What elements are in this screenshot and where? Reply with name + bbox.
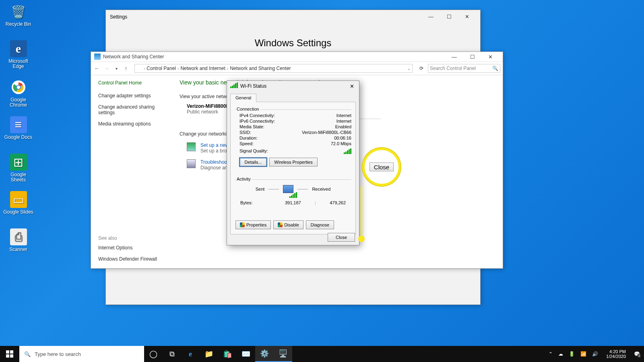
desktop-icon-edge[interactable]: eMicrosoft Edge — [3, 40, 33, 69]
sent-label: Sent — [256, 187, 265, 191]
desktop-icon-docs[interactable]: ≡Google Docs — [3, 116, 33, 140]
ssid-value: Verizon-MiFi8800L-CB66 — [302, 130, 351, 135]
tray-notifications-icon[interactable]: 💬3 — [634, 351, 640, 357]
taskbar-clock[interactable]: 4:20 PM 1/24/2020 — [604, 349, 628, 359]
ipv4-value: Internet — [336, 113, 351, 118]
maximize-button[interactable]: ☐ — [463, 51, 481, 63]
tray-onedrive-icon[interactable]: ☁ — [558, 351, 563, 357]
cortana-button[interactable]: ◯ — [144, 346, 163, 362]
bytes-received-value: 479,262 — [330, 200, 346, 205]
setup-connection-icon — [187, 142, 196, 151]
svg-rect-5 — [6, 354, 9, 358]
edge-icon: e — [10, 40, 27, 57]
activity-graphic-icon — [283, 185, 293, 193]
minimize-button[interactable]: — — [445, 51, 463, 63]
svg-rect-4 — [10, 350, 13, 354]
tab-general[interactable]: General — [230, 94, 256, 102]
refresh-button[interactable]: ⟳ — [417, 66, 425, 71]
speed-label: Speed: — [239, 141, 254, 146]
chrome-icon — [10, 79, 27, 96]
taskbar-file-explorer-icon[interactable]: 📁 — [200, 346, 218, 362]
tray-battery-icon[interactable]: 🔋 — [569, 351, 575, 357]
svg-point-2 — [17, 86, 20, 89]
ssid-label: SSID: — [239, 130, 251, 135]
close-button[interactable]: ✕ — [458, 11, 476, 23]
shield-icon — [240, 222, 245, 227]
taskbar-settings-icon[interactable]: ⚙️ — [255, 346, 274, 362]
media-state-value: Enabled — [335, 124, 351, 129]
crumb-network-internet[interactable]: Network and Internet — [180, 66, 225, 71]
signal-quality-bars-icon — [344, 148, 351, 154]
windows-defender-firewall-link[interactable]: Windows Defender Firewall — [98, 256, 164, 262]
recent-dropdown[interactable]: ▾ — [113, 66, 120, 71]
back-button[interactable]: ← — [93, 65, 101, 72]
system-tray: ⌃ ☁ 🔋 📶 🔊 4:20 PM 1/24/2020 💬3 — [545, 349, 644, 359]
recycle-bin-icon: 🗑️ — [10, 3, 27, 20]
tray-wifi-icon[interactable]: 📶 — [580, 351, 586, 357]
maximize-button[interactable]: ☐ — [440, 11, 458, 23]
taskbar-store-icon[interactable]: 🛍️ — [218, 346, 237, 362]
ipv6-value: Internet — [336, 119, 351, 123]
disable-button[interactable]: Disable — [273, 220, 303, 229]
duration-label: Duration: — [239, 136, 258, 140]
sheets-icon: ⊞ — [10, 154, 27, 171]
crumb-control-panel[interactable]: Control Panel — [147, 66, 176, 71]
diagnose-button[interactable]: Diagnose — [306, 220, 334, 229]
callout-connector — [361, 186, 362, 238]
callout-anchor — [358, 236, 365, 242]
properties-button[interactable]: Properties — [235, 220, 271, 229]
up-button[interactable]: ↑ — [122, 65, 130, 72]
desktop-icon-slides[interactable]: ▭Google Slides — [3, 191, 33, 215]
taskbar-mail-icon[interactable]: ✉️ — [237, 346, 255, 362]
taskbar-edge-icon[interactable]: e — [181, 346, 200, 362]
svg-rect-3 — [6, 350, 9, 354]
internet-options-link[interactable]: Internet Options — [98, 245, 164, 251]
desktop-icon-chrome[interactable]: Google Chrome — [3, 79, 33, 108]
ncpa-toolbar: ← → ▾ ↑ › Control Panel › Network and In… — [91, 62, 503, 75]
bytes-sent-value: 391,187 — [285, 200, 301, 205]
tray-chevron-up-icon[interactable]: ⌃ — [549, 351, 553, 357]
dialog-close-button[interactable]: ✕ — [348, 83, 356, 89]
network-icon — [94, 53, 101, 60]
taskbar-search-input[interactable]: 🔍 Type here to search — [19, 346, 144, 362]
taskbar: 🔍 Type here to search ◯ ⧉ e 📁 🛍️ ✉️ ⚙️ 🖥… — [0, 346, 644, 362]
breadcrumb-dropdown-icon[interactable]: ⌄ — [407, 66, 411, 71]
ncpa-titlebar[interactable]: Network and Sharing Center — ☐ ✕ — [91, 52, 503, 62]
desktop-icon-recycle-bin[interactable]: 🗑️Recycle Bin — [3, 3, 33, 27]
search-icon: 🔍 — [492, 66, 498, 71]
tray-volume-icon[interactable]: 🔊 — [592, 351, 598, 357]
network-icon — [136, 66, 142, 71]
start-button[interactable] — [0, 346, 19, 362]
task-view-button[interactable]: ⧉ — [163, 346, 181, 362]
control-panel-home-link[interactable]: Control Panel Home — [98, 80, 164, 86]
scanner-icon: ⎙ — [10, 228, 27, 245]
wifi-status-dialog: Wi-Fi Status ✕ General Connection IPv4 C… — [227, 80, 359, 245]
taskbar-control-panel-icon[interactable]: 🖥️ — [274, 346, 292, 362]
shield-icon — [278, 222, 283, 227]
dialog-tab-area: General Connection IPv4 Connectivity:Int… — [230, 102, 356, 234]
media-streaming-link[interactable]: Media streaming options — [98, 121, 164, 127]
close-button[interactable]: Close — [328, 233, 355, 242]
breadcrumb[interactable]: › Control Panel › Network and Internet ›… — [134, 64, 413, 73]
desktop-icon-sheets[interactable]: ⊞Google Sheets — [3, 154, 33, 183]
details-button[interactable]: Details... — [239, 158, 267, 167]
svg-rect-6 — [10, 354, 13, 358]
change-adapter-settings-link[interactable]: Change adapter settings — [98, 93, 164, 99]
activity-signal-icon — [289, 194, 297, 198]
forward-button[interactable]: → — [103, 65, 110, 72]
desktop-icon-scanner[interactable]: ⎙Scanner — [3, 228, 33, 252]
ncpa-title: Network and Sharing Center — [103, 54, 445, 60]
crumb-network-sharing-center[interactable]: Network and Sharing Center — [230, 66, 291, 71]
dialog-titlebar[interactable]: Wi-Fi Status ✕ — [227, 81, 359, 91]
close-button[interactable]: ✕ — [481, 51, 500, 63]
settings-titlebar[interactable]: Settings — ☐ ✕ — [106, 10, 480, 23]
wireless-properties-button[interactable]: Wireless Properties — [269, 158, 318, 167]
wifi-signal-icon — [230, 84, 238, 88]
ipv4-label: IPv4 Connectivity: — [239, 113, 275, 118]
search-input[interactable]: Search Control Panel 🔍 — [428, 64, 500, 73]
change-advanced-sharing-link[interactable]: Change advanced sharing settings — [98, 104, 164, 115]
search-icon: 🔍 — [24, 351, 31, 357]
close-callout-label: Close — [369, 162, 394, 171]
minimize-button[interactable]: — — [422, 11, 440, 23]
received-label: Received — [312, 187, 330, 191]
